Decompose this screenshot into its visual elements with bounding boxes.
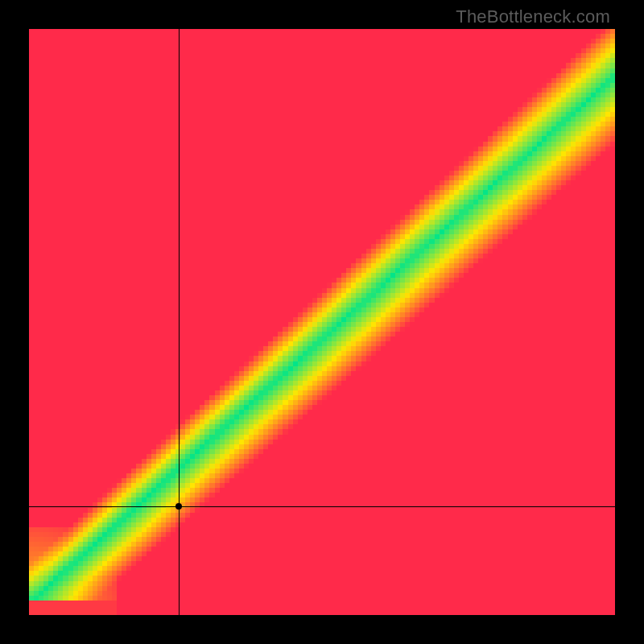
chart-frame: TheBottleneck.com	[0, 0, 644, 644]
watermark-label: TheBottleneck.com	[456, 6, 610, 27]
crosshair-vertical	[179, 29, 180, 615]
crosshair-horizontal	[29, 506, 615, 507]
heatmap-plot	[29, 29, 615, 615]
heatmap-canvas	[29, 29, 615, 615]
marker-dot	[175, 503, 182, 510]
